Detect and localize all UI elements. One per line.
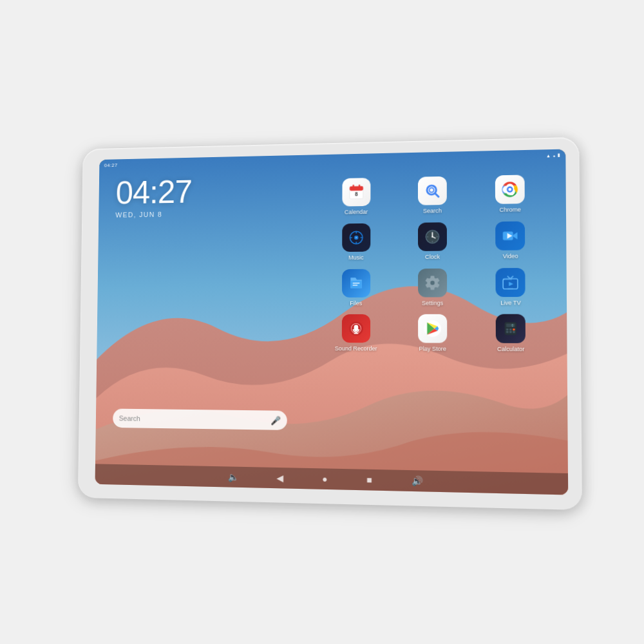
app-calendar[interactable]: 8 Calendar bbox=[321, 177, 392, 216]
wifi-icon: ⬥ bbox=[553, 153, 555, 157]
clock-app-icon bbox=[418, 222, 447, 251]
clock-date: WED, JUN 8 bbox=[115, 210, 191, 218]
app-playstore[interactable]: Play Store bbox=[397, 314, 469, 353]
svg-rect-51 bbox=[509, 329, 511, 331]
livetv-icon bbox=[496, 268, 526, 297]
files-icon bbox=[342, 269, 370, 297]
svg-text:8: 8 bbox=[355, 191, 358, 197]
svg-point-34 bbox=[430, 281, 435, 285]
battery-icon: ▮ bbox=[558, 153, 560, 158]
svg-rect-43 bbox=[354, 325, 358, 332]
calculator-icon: 0 bbox=[496, 314, 526, 343]
android-screen: 04:27 ▲ ⬥ ▮ 04:27 WED, JUN 8 Search 🎤 bbox=[95, 149, 569, 495]
calculator-label: Calculator bbox=[497, 346, 525, 353]
svg-rect-40 bbox=[507, 288, 513, 289]
volume-up-icon[interactable]: 🔊 bbox=[412, 475, 422, 486]
back-icon[interactable]: ◀ bbox=[276, 473, 283, 483]
svg-point-8 bbox=[430, 188, 434, 193]
app-livetv[interactable]: Live TV bbox=[474, 267, 548, 307]
settings-icon bbox=[418, 268, 447, 297]
app-clock[interactable]: Clock bbox=[397, 222, 469, 261]
tablet-shell: 04:27 ▲ ⬥ ▮ 04:27 WED, JUN 8 Search 🎤 bbox=[78, 137, 582, 510]
clock-label: Clock bbox=[425, 254, 440, 261]
video-icon bbox=[495, 221, 525, 250]
app-grid: 8 Calendar Search bbox=[316, 169, 554, 358]
svg-marker-30 bbox=[513, 232, 518, 239]
calendar-label: Calendar bbox=[345, 209, 368, 216]
playstore-label: Play Store bbox=[419, 346, 446, 353]
search-placeholder: Search bbox=[119, 414, 270, 424]
screen-bezel: 04:27 ▲ ⬥ ▮ 04:27 WED, JUN 8 Search 🎤 bbox=[95, 149, 569, 495]
svg-rect-54 bbox=[509, 332, 511, 334]
files-label: Files bbox=[350, 299, 362, 307]
calendar-icon: 8 bbox=[342, 178, 370, 206]
app-video[interactable]: Video bbox=[474, 221, 547, 260]
status-time: 04:27 bbox=[104, 162, 118, 168]
clock-time: 04:27 bbox=[116, 175, 193, 209]
status-bar: 04:27 ▲ ⬥ ▮ bbox=[99, 149, 565, 171]
svg-rect-48 bbox=[506, 324, 515, 328]
svg-rect-32 bbox=[352, 282, 359, 283]
svg-rect-33 bbox=[352, 285, 357, 286]
svg-rect-55 bbox=[513, 332, 515, 334]
app-music[interactable]: Music bbox=[321, 223, 391, 261]
svg-line-7 bbox=[435, 193, 438, 196]
svg-rect-53 bbox=[506, 332, 508, 334]
app-calculator[interactable]: 0 Calculator bbox=[474, 314, 548, 354]
svg-text:0: 0 bbox=[512, 325, 514, 328]
search-label: Search bbox=[423, 207, 442, 214]
recorder-label: Sound Recorder bbox=[335, 345, 377, 352]
svg-rect-50 bbox=[506, 329, 508, 331]
signal-icon: ▲ bbox=[546, 153, 551, 158]
app-settings[interactable]: Settings bbox=[397, 268, 469, 307]
svg-rect-2 bbox=[350, 186, 363, 191]
search-bar[interactable]: Search 🎤 bbox=[113, 409, 287, 430]
settings-label: Settings bbox=[422, 299, 443, 307]
recents-icon[interactable]: ■ bbox=[366, 475, 372, 486]
music-icon bbox=[342, 223, 370, 252]
chrome-icon bbox=[495, 175, 525, 204]
search-icon bbox=[418, 176, 447, 205]
volume-down-icon[interactable]: 🔈 bbox=[228, 471, 239, 482]
livetv-label: Live TV bbox=[500, 299, 521, 307]
app-chrome[interactable]: Chrome bbox=[473, 175, 547, 214]
svg-rect-52 bbox=[513, 329, 515, 331]
home-icon[interactable]: ● bbox=[322, 473, 328, 484]
clock-display: 04:27 WED, JUN 8 bbox=[115, 175, 192, 219]
app-recorder[interactable]: Sound Recorder bbox=[321, 314, 392, 352]
playstore-icon bbox=[418, 314, 447, 343]
nav-bar: 🔈 ◀ ● ■ 🔊 bbox=[95, 464, 569, 495]
chrome-label: Chrome bbox=[500, 206, 521, 213]
video-label: Video bbox=[503, 252, 518, 260]
svg-rect-4 bbox=[359, 185, 360, 188]
microphone-icon[interactable]: 🎤 bbox=[270, 415, 281, 425]
status-icons: ▲ ⬥ ▮ bbox=[546, 153, 560, 158]
svg-rect-3 bbox=[352, 185, 354, 188]
music-label: Music bbox=[348, 254, 364, 261]
app-search[interactable]: Search bbox=[397, 176, 468, 215]
app-files[interactable]: Files bbox=[321, 269, 392, 307]
recorder-icon bbox=[341, 314, 370, 343]
